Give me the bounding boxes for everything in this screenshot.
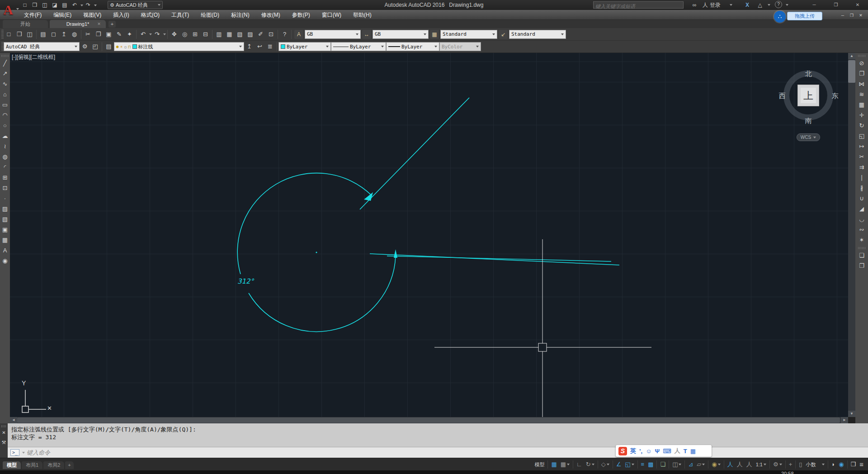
menu-edit[interactable]: 编辑(E) xyxy=(47,10,77,20)
command-customize-wrench-icon[interactable]: ⚒ xyxy=(0,440,8,446)
tab-model[interactable]: 模型 xyxy=(3,461,21,469)
open-icon[interactable]: ❒ xyxy=(14,29,24,39)
match-properties-icon[interactable]: ✎ xyxy=(114,29,124,39)
dimension-line[interactable] xyxy=(387,256,611,261)
region-tool-icon[interactable]: ▣ xyxy=(0,224,10,235)
ucs-gizmo-toggle[interactable]: ◉ xyxy=(710,460,722,469)
undo-icon[interactable]: ↶ xyxy=(138,29,148,39)
units-select[interactable]: 小数 xyxy=(804,460,826,469)
menu-dimension[interactable]: 标注(N) xyxy=(225,10,255,20)
annotation-scale-select[interactable]: 1:1 xyxy=(754,460,768,469)
signin-label[interactable]: 登录 xyxy=(710,1,721,9)
layer-plot-icon[interactable]: ▫ xyxy=(124,44,127,49)
recent-commands-dropdown-icon[interactable] xyxy=(22,452,25,454)
dim-style-select[interactable]: GB xyxy=(373,30,429,39)
block-editor-icon[interactable]: ✦ xyxy=(124,29,135,39)
menu-modify[interactable]: 修改(M) xyxy=(255,10,286,20)
publish-icon[interactable]: ↥ xyxy=(59,29,69,39)
lineweight-display-icon[interactable]: ≡ xyxy=(641,460,645,469)
exchange-apps-icon[interactable]: X xyxy=(743,1,751,9)
scroll-left-icon[interactable]: ◄ xyxy=(10,417,17,423)
draw-order-back-icon[interactable]: ❐ xyxy=(856,261,868,271)
rectangle-tool-icon[interactable]: ▭ xyxy=(0,100,10,110)
trim-tool-icon[interactable]: ✂ xyxy=(856,152,868,162)
table-style-select[interactable]: Standard xyxy=(440,30,497,39)
plot-preview-icon[interactable]: ◻ xyxy=(48,29,59,39)
menu-parametric[interactable]: 参数(P) xyxy=(286,10,316,20)
new-layout-button[interactable]: + xyxy=(65,461,73,469)
open-icon[interactable]: ❒ xyxy=(30,1,40,9)
isometric-drafting-toggle[interactable]: ◇ xyxy=(599,460,611,469)
layer-previous-icon[interactable]: ↩ xyxy=(255,42,265,52)
mleader-style-icon[interactable]: ↙ xyxy=(499,30,508,39)
ime-language-mode[interactable]: 英 xyxy=(630,447,636,455)
move-tool-icon[interactable]: ✛ xyxy=(856,110,868,120)
text-style-select[interactable]: GB xyxy=(305,30,361,39)
workspace-select[interactable]: AutoCAD 经典 xyxy=(4,42,80,51)
hatch-tool-icon[interactable]: ▨ xyxy=(0,204,10,214)
new-icon[interactable]: □ xyxy=(4,29,14,39)
layer-on-bulb-icon[interactable]: ● xyxy=(116,44,118,49)
search-binoculars-icon[interactable]: ∞ xyxy=(689,1,700,9)
multiline-text-tool-icon[interactable]: A xyxy=(0,245,10,256)
compass-east-label[interactable]: 东 xyxy=(832,92,839,100)
gradient-tool-icon[interactable]: ▧ xyxy=(0,214,10,224)
design-center-icon[interactable]: ▦ xyxy=(224,29,235,39)
undo-icon[interactable]: ↶ xyxy=(70,1,80,9)
quick-calc-icon[interactable]: ⊡ xyxy=(266,29,276,39)
restore-button[interactable]: ❐ xyxy=(831,1,841,9)
command-history[interactable]: 指定标注弧线位置或 [多行文字(M)/文字(T)/角度(A)/象限点(Q)]: … xyxy=(8,423,868,447)
paste-icon[interactable]: ▣ xyxy=(104,29,114,39)
new-icon[interactable]: □ xyxy=(20,1,30,9)
angle-side-line[interactable] xyxy=(360,98,469,209)
scroll-down-icon[interactable]: ▼ xyxy=(848,411,855,417)
tool-palettes-icon[interactable]: ▧ xyxy=(235,29,245,39)
menu-draw[interactable]: 绘图(D) xyxy=(195,10,225,20)
command-input[interactable] xyxy=(27,449,208,456)
scroll-up-icon[interactable]: ▲ xyxy=(848,53,855,59)
array-tool-icon[interactable]: ▦ xyxy=(856,100,868,110)
properties-icon[interactable]: ▥ xyxy=(214,29,224,39)
menu-format[interactable]: 格式(O) xyxy=(135,10,165,20)
save-icon[interactable]: ◫ xyxy=(24,29,35,39)
copy-tool-icon[interactable]: ❐ xyxy=(856,68,868,79)
minimize-button[interactable]: ─ xyxy=(809,1,819,9)
color-select[interactable]: ByLayer xyxy=(278,42,331,51)
menu-view[interactable]: 视图(V) xyxy=(77,10,107,20)
menu-insert[interactable]: 插入(I) xyxy=(107,10,135,20)
help-icon[interactable]: ? xyxy=(775,1,782,8)
object-snap-toggle[interactable]: ◱ xyxy=(623,460,636,469)
command-prompt-icon[interactable]: >_ xyxy=(10,449,19,456)
workspace-dropdown-title[interactable]: ⚙ AutoCAD 经典 xyxy=(108,1,163,9)
plot-icon[interactable]: ▤ xyxy=(38,29,48,39)
doc-restore-button[interactable]: ❐ xyxy=(848,13,855,19)
drag-upload-button[interactable]: 拖拽上传 xyxy=(787,12,822,20)
signin-person-icon[interactable]: 人 xyxy=(702,1,709,9)
chamfer-tool-icon[interactable]: ◢ xyxy=(856,204,868,214)
ime-keyboard-icon[interactable]: ⌨ xyxy=(663,448,671,455)
copy-icon[interactable]: ❐ xyxy=(93,29,104,39)
polar-tracking-toggle[interactable]: ↻ xyxy=(584,460,596,469)
lineweight-select[interactable]: ByLayer xyxy=(386,42,439,51)
isolate-objects-icon[interactable]: ▯ xyxy=(799,460,802,469)
toolbar-grip[interactable] xyxy=(1,55,9,57)
ime-microphone-icon[interactable]: Ψ xyxy=(655,448,660,455)
sogou-logo-icon[interactable]: S xyxy=(618,447,627,455)
ime-skin-icon[interactable]: T xyxy=(684,448,687,455)
cut-icon[interactable]: ✂ xyxy=(83,29,93,39)
fillet-tool-icon[interactable]: ◡ xyxy=(856,214,868,224)
horizontal-scroll-thumb[interactable] xyxy=(17,417,840,423)
extend-tool-icon[interactable]: ⇉ xyxy=(856,162,868,172)
ellipse-tool-icon[interactable]: ◍ xyxy=(0,152,10,162)
redo-dropdown-icon[interactable] xyxy=(163,33,166,35)
snap-mode-toggle[interactable]: ▦ xyxy=(559,460,571,469)
linetype-select[interactable]: ByLayer xyxy=(331,42,386,51)
ime-toolbox-icon[interactable]: ▦ xyxy=(690,448,696,455)
blend-curves-tool-icon[interactable]: ∾ xyxy=(856,224,868,235)
clean-screen-icon[interactable]: ❒ xyxy=(851,460,856,469)
break-at-point-tool-icon[interactable]: ∣ xyxy=(856,172,868,183)
viewcube-top-face[interactable]: 上 xyxy=(797,85,819,106)
zoom-window-icon[interactable]: ⊞ xyxy=(190,29,200,39)
ime-account-icon[interactable]: 人 xyxy=(675,447,680,455)
horizontal-scrollbar[interactable]: ◄ ► xyxy=(10,417,848,423)
